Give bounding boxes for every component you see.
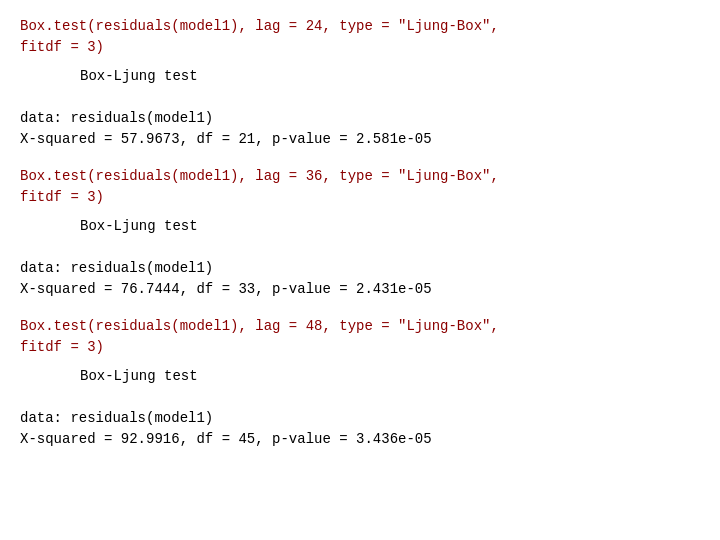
console-output: Box.test(residuals(model1), lag = 24, ty… — [20, 16, 700, 450]
test-name-1: Box-Ljung test — [20, 66, 700, 87]
blank-1 — [20, 87, 700, 108]
command-2: Box.test(residuals(model1), lag = 36, ty… — [20, 166, 700, 208]
command-line-2-2: fitdf = 3) — [20, 187, 700, 208]
test-name-3: Box-Ljung test — [20, 366, 700, 387]
command-1: Box.test(residuals(model1), lag = 24, ty… — [20, 16, 700, 58]
blank-3 — [20, 387, 700, 408]
command-line-2-1: Box.test(residuals(model1), lag = 36, ty… — [20, 166, 700, 187]
command-3: Box.test(residuals(model1), lag = 48, ty… — [20, 316, 700, 358]
result-line-3: X-squared = 92.9916, df = 45, p-value = … — [20, 429, 700, 450]
blank-2 — [20, 237, 700, 258]
section-1: Box.test(residuals(model1), lag = 24, ty… — [20, 16, 700, 150]
data-line-3: data: residuals(model1) — [20, 408, 700, 429]
command-line-3-2: fitdf = 3) — [20, 337, 700, 358]
output-2: Box-Ljung test data: residuals(model1) X… — [20, 216, 700, 300]
result-line-1: X-squared = 57.9673, df = 21, p-value = … — [20, 129, 700, 150]
command-line-1-1: Box.test(residuals(model1), lag = 24, ty… — [20, 16, 700, 37]
result-line-2: X-squared = 76.7444, df = 33, p-value = … — [20, 279, 700, 300]
test-name-2: Box-Ljung test — [20, 216, 700, 237]
data-line-2: data: residuals(model1) — [20, 258, 700, 279]
section-2: Box.test(residuals(model1), lag = 36, ty… — [20, 166, 700, 300]
command-line-3-1: Box.test(residuals(model1), lag = 48, ty… — [20, 316, 700, 337]
data-line-1: data: residuals(model1) — [20, 108, 700, 129]
section-3: Box.test(residuals(model1), lag = 48, ty… — [20, 316, 700, 450]
output-1: Box-Ljung test data: residuals(model1) X… — [20, 66, 700, 150]
command-line-1-2: fitdf = 3) — [20, 37, 700, 58]
output-3: Box-Ljung test data: residuals(model1) X… — [20, 366, 700, 450]
